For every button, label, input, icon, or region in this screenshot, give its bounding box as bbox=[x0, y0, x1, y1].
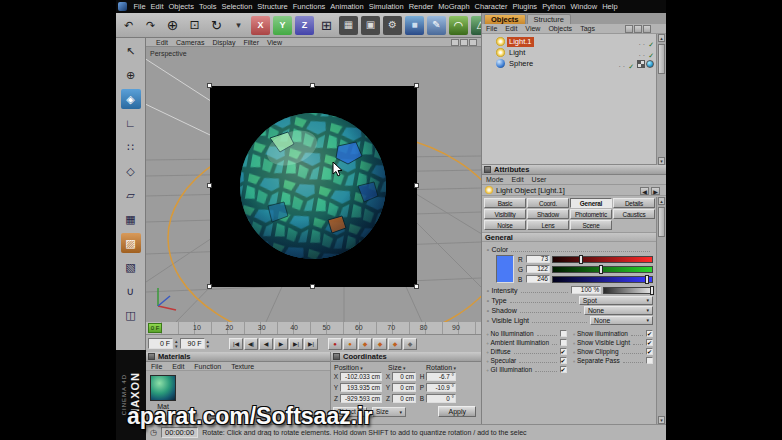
scale-tool-icon[interactable]: ⊡ bbox=[184, 15, 205, 36]
intensity-field[interactable]: 100 % bbox=[571, 286, 601, 294]
spinner-icon[interactable]: ▴▾ bbox=[175, 339, 178, 349]
goto-start-button[interactable]: |◀ bbox=[229, 338, 243, 350]
scroll-down-icon[interactable]: ▾ bbox=[658, 157, 665, 165]
goto-end-button[interactable]: ▶| bbox=[304, 338, 318, 350]
texture-mode-icon[interactable]: ▨ bbox=[121, 233, 141, 253]
play-button[interactable]: ▶ bbox=[274, 338, 288, 350]
prev-frame-button[interactable]: ◀ bbox=[259, 338, 273, 350]
attribute-tab[interactable]: Visibility bbox=[484, 209, 526, 219]
attributes-scrollbar[interactable]: ▴ ▾ bbox=[656, 197, 666, 424]
scroll-thumb[interactable] bbox=[658, 207, 665, 237]
size-field[interactable]: 0 cm bbox=[392, 372, 416, 381]
channel-value-field[interactable]: 246 bbox=[526, 275, 550, 283]
selection-handle[interactable] bbox=[207, 284, 212, 289]
object-tree-item[interactable]: Sphere bbox=[482, 58, 666, 69]
materials-menu-item[interactable]: Texture bbox=[226, 362, 259, 371]
menubar-item[interactable]: Animation bbox=[328, 0, 366, 13]
object-name[interactable]: Light bbox=[507, 48, 527, 58]
rotation-field[interactable]: -10.9 ° bbox=[426, 383, 456, 392]
history-back-icon[interactable]: ◀ bbox=[640, 187, 649, 195]
polygons-mode-icon[interactable]: ▱ bbox=[121, 185, 141, 205]
material-thumbnail[interactable] bbox=[150, 375, 176, 401]
slider-handle[interactable] bbox=[579, 255, 583, 264]
channel-slider[interactable] bbox=[552, 256, 653, 263]
nurbs-icon[interactable]: ◠ bbox=[448, 15, 469, 36]
attribute-tab[interactable]: Noise bbox=[484, 220, 526, 230]
menubar-item[interactable]: MoGraph bbox=[436, 0, 472, 13]
checkbox[interactable] bbox=[646, 348, 653, 355]
checkbox[interactable] bbox=[560, 366, 567, 373]
attributes-header[interactable]: Attributes bbox=[482, 165, 666, 175]
last-tool-dropdown-icon[interactable]: ▾ bbox=[228, 15, 249, 36]
size-field[interactable]: 0 cm bbox=[392, 394, 416, 403]
viewport-menu-item[interactable]: View bbox=[263, 38, 286, 47]
rendered-sphere[interactable] bbox=[210, 86, 417, 287]
menubar-item[interactable]: Character bbox=[472, 0, 510, 13]
attribute-tab[interactable]: Coord. bbox=[527, 198, 569, 208]
channel-value-field[interactable]: 73 bbox=[526, 255, 550, 263]
next-frame-button[interactable]: ▶| bbox=[289, 338, 303, 350]
channel-slider[interactable] bbox=[552, 276, 653, 283]
selection-handle[interactable] bbox=[207, 183, 212, 188]
object-name[interactable]: Light.1 bbox=[507, 37, 534, 47]
channel-value-field[interactable]: 122 bbox=[526, 265, 550, 273]
lock-z-axis-icon[interactable]: Z bbox=[294, 15, 315, 36]
attribute-tab[interactable]: Basic bbox=[484, 198, 526, 208]
objects-menu-item[interactable]: Objects bbox=[544, 25, 576, 32]
primitive-cube-icon[interactable]: ■ bbox=[404, 15, 425, 36]
attributes-menu-item[interactable]: Mode bbox=[482, 176, 508, 183]
object-name[interactable]: Sphere bbox=[507, 59, 535, 69]
menubar-item[interactable]: Functions bbox=[290, 0, 328, 13]
checkbox[interactable] bbox=[560, 339, 567, 346]
attribute-tab[interactable]: Lens bbox=[527, 220, 569, 230]
move-mode-icon[interactable]: ⊕ bbox=[121, 65, 141, 85]
intensity-slider[interactable] bbox=[603, 287, 653, 294]
materials-menu-item[interactable]: File bbox=[146, 362, 167, 371]
checkbox[interactable] bbox=[560, 330, 567, 337]
objects-menu-item[interactable]: View bbox=[521, 25, 544, 32]
menubar-item[interactable]: Window bbox=[568, 0, 600, 13]
workplane-mode-icon[interactable]: ▦ bbox=[121, 209, 141, 229]
enable-check-icon[interactable] bbox=[628, 55, 634, 73]
spinner-icon[interactable]: ▴▾ bbox=[207, 339, 210, 349]
lock-icon[interactable] bbox=[634, 25, 642, 33]
timeline-ruler[interactable]: 0 F 102030405060708090 bbox=[146, 322, 481, 335]
rotation-field[interactable]: -6.7 ° bbox=[426, 372, 456, 381]
color-swatch[interactable] bbox=[496, 255, 514, 283]
materials-menu-item[interactable]: Edit bbox=[167, 362, 189, 371]
channel-slider[interactable] bbox=[552, 266, 653, 273]
selection-handle[interactable] bbox=[414, 284, 419, 289]
attribute-tab[interactable]: Scene bbox=[570, 220, 612, 230]
objects-menu-item[interactable]: File bbox=[482, 25, 501, 32]
move-tool-icon[interactable]: ⊕ bbox=[162, 15, 183, 36]
menubar-item[interactable]: Edit bbox=[148, 0, 166, 13]
frame-end-field[interactable]: 90 F bbox=[180, 338, 205, 349]
selection-handle[interactable] bbox=[414, 183, 419, 188]
viewport-pane-icon[interactable] bbox=[460, 39, 468, 46]
slider-handle[interactable] bbox=[599, 265, 603, 274]
objects-menu-item[interactable]: Tags bbox=[576, 25, 599, 32]
texture-tag-icon[interactable] bbox=[637, 60, 645, 68]
filter-icon[interactable] bbox=[625, 25, 633, 33]
phong-tag-icon[interactable] bbox=[646, 60, 654, 68]
attribute-tab[interactable]: Shadow bbox=[527, 209, 569, 219]
model-mode-icon[interactable]: ◈ bbox=[121, 89, 141, 109]
edges-mode-icon[interactable]: ◇ bbox=[121, 161, 141, 181]
position-group-dropdown[interactable]: Position bbox=[334, 364, 386, 371]
menubar-item[interactable]: Simulation bbox=[366, 0, 406, 13]
search-icon[interactable] bbox=[643, 25, 651, 33]
selection-handle[interactable] bbox=[310, 83, 315, 88]
visible-light-dropdown[interactable]: None bbox=[590, 316, 653, 325]
render-view-icon[interactable]: ▦ bbox=[338, 15, 359, 36]
lock-workplane-icon[interactable]: ◫ bbox=[121, 305, 141, 325]
history-forward-icon[interactable]: ▶ bbox=[651, 187, 660, 195]
checkbox[interactable] bbox=[560, 357, 567, 364]
render-region-icon[interactable]: ▣ bbox=[360, 15, 381, 36]
scroll-thumb[interactable] bbox=[658, 44, 665, 74]
attribute-tab[interactable]: Details bbox=[613, 198, 655, 208]
menubar-item[interactable]: Help bbox=[600, 0, 620, 13]
checkbox[interactable] bbox=[560, 348, 567, 355]
texture-axis-mode-icon[interactable]: ▧ bbox=[121, 257, 141, 277]
camera-label[interactable]: Perspective bbox=[150, 50, 187, 57]
snap-settings-icon[interactable]: ∪ bbox=[121, 281, 141, 301]
